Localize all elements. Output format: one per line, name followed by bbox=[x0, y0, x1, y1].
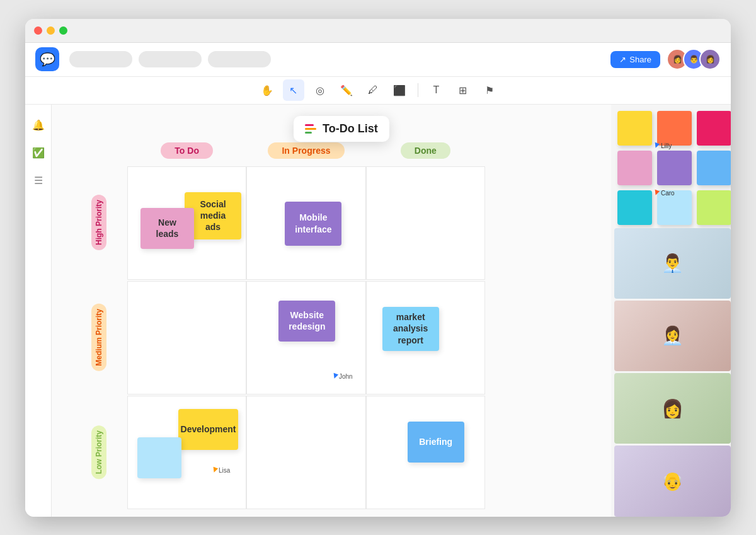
tool-shape[interactable]: ⬛ bbox=[389, 79, 410, 101]
cell-medium-todo bbox=[127, 281, 246, 394]
sticky-website-redesign[interactable]: Website redesign bbox=[278, 301, 335, 342]
share-icon: ↗ bbox=[619, 55, 626, 64]
sticky-briefing-text: Briefing bbox=[419, 436, 452, 447]
tool-hand[interactable]: ✋ bbox=[256, 79, 278, 101]
app-bar: 💬 ↗ Share 👩 👨 👩 bbox=[25, 43, 731, 77]
video-thumb-1: 👨‍💼 bbox=[614, 228, 731, 299]
mini-sticky-orange[interactable] bbox=[657, 111, 692, 146]
app-bar-right: ↗ Share 👩 👨 👩 bbox=[610, 49, 721, 70]
board: To-Do List To Do In Progress Done bbox=[52, 105, 611, 517]
cell-high-done bbox=[366, 166, 485, 280]
tool-pen[interactable]: ✏️ bbox=[336, 79, 357, 101]
video-face-1: 👨‍💼 bbox=[614, 228, 731, 299]
avatar-group: 👩 👨 👩 bbox=[667, 49, 721, 70]
mini-sticky-cyan[interactable] bbox=[617, 190, 652, 225]
medium-priority-label-wrapper: Medium Priority bbox=[71, 281, 127, 394]
popup-icon bbox=[305, 124, 316, 134]
nav-pill-3[interactable] bbox=[208, 51, 271, 67]
nav-pill-1[interactable] bbox=[69, 51, 132, 67]
cell-low-inprogress bbox=[246, 396, 365, 509]
sticky-social-media-text: Social media ads bbox=[192, 198, 234, 233]
left-sidebar: 🔔 ✅ ☰ bbox=[25, 105, 52, 517]
minimize-button[interactable] bbox=[47, 26, 55, 35]
tool-eraser[interactable]: ◎ bbox=[309, 79, 331, 101]
close-button[interactable] bbox=[34, 26, 42, 35]
nav-pill-2[interactable] bbox=[139, 51, 202, 67]
share-button[interactable]: ↗ Share bbox=[610, 51, 660, 68]
inprogress-badge: In Progress bbox=[268, 142, 344, 159]
sticky-mobile-interface-text: Mobile interface bbox=[292, 212, 334, 234]
title-bar bbox=[25, 19, 731, 43]
video-thumb-2: 👩‍💼 bbox=[614, 301, 731, 371]
cursor-john-arrow bbox=[332, 373, 338, 379]
mini-sticky-blue[interactable] bbox=[697, 151, 731, 185]
row-low-cells: Development Lisa bbox=[127, 396, 485, 509]
high-priority-label-wrapper: High Priority bbox=[71, 166, 127, 280]
cursor-caro: Caro bbox=[654, 190, 675, 197]
sticky-development[interactable]: Development bbox=[178, 409, 238, 450]
medium-priority-label: Medium Priority bbox=[91, 304, 106, 371]
cursor-lilly-arrow bbox=[653, 142, 660, 149]
nav-pills bbox=[69, 51, 600, 67]
app-logo: 💬 bbox=[35, 47, 59, 71]
cell-high-todo: Social media ads New leads bbox=[127, 166, 246, 280]
col-header-todo: To Do bbox=[127, 142, 246, 166]
tool-marker[interactable]: 🖊 bbox=[362, 79, 384, 101]
app-window: 💬 ↗ Share 👩 👨 👩 ✋ ↖ ◎ ✏️ 🖊 ⬛ T ⊞ ⚑ bbox=[25, 19, 731, 517]
sticky-market-analysis[interactable]: market analysis report bbox=[382, 307, 439, 351]
cursor-lilly: Lilly bbox=[654, 142, 672, 149]
popup-title: To-Do List bbox=[323, 122, 378, 135]
mini-sticky-green[interactable] bbox=[697, 190, 731, 225]
sticky-development-text: Development bbox=[181, 423, 236, 435]
todo-popup: To-Do List bbox=[294, 116, 389, 142]
row-high-priority: High Priority Social media ads New leads bbox=[71, 166, 485, 280]
toolbar-separator bbox=[418, 83, 418, 97]
grid-container: To Do In Progress Done High Priority bbox=[71, 142, 485, 510]
sticky-blank-blue[interactable] bbox=[137, 437, 181, 478]
toolbar: ✋ ↖ ◎ ✏️ 🖊 ⬛ T ⊞ ⚑ bbox=[25, 77, 731, 105]
col-header-inprogress: In Progress bbox=[246, 142, 365, 166]
tool-select[interactable]: ↖ bbox=[283, 79, 304, 101]
video-face-2: 👩‍💼 bbox=[614, 301, 731, 371]
cursor-john-label: John bbox=[339, 373, 353, 380]
mini-sticky-pink[interactable] bbox=[697, 111, 731, 146]
sidebar-bell-icon[interactable]: 🔔 bbox=[30, 117, 47, 134]
window-controls bbox=[34, 26, 67, 35]
sticky-new-leads[interactable]: New leads bbox=[140, 208, 194, 249]
canvas-area: 🔔 ✅ ☰ To-Do List To Do bbox=[25, 105, 731, 517]
right-panel: Lilly Caro 👨‍💼 👩‍💼 👩 � bbox=[611, 105, 731, 517]
tool-text[interactable]: T bbox=[426, 79, 447, 101]
sticky-notes-grid-wrapper: Lilly Caro bbox=[611, 105, 731, 228]
cursor-lilly-label: Lilly bbox=[661, 142, 672, 149]
sticky-briefing[interactable]: Briefing bbox=[408, 422, 464, 463]
video-thumb-3: 👩 bbox=[614, 373, 731, 444]
mini-sticky-yellow[interactable] bbox=[617, 111, 652, 146]
icon-bar-3 bbox=[305, 132, 312, 134]
cursor-lisa-label: Lisa bbox=[219, 467, 230, 474]
sticky-website-redesign-text: Website redesign bbox=[286, 309, 328, 332]
sticky-notes-grid bbox=[611, 105, 731, 228]
todo-badge: To Do bbox=[161, 142, 213, 159]
mini-sticky-purple[interactable] bbox=[657, 151, 692, 185]
tool-table[interactable]: ⊞ bbox=[452, 79, 474, 101]
video-face-4: 👴 bbox=[614, 446, 731, 516]
sidebar-check-icon[interactable]: ✅ bbox=[30, 145, 47, 161]
video-face-3: 👩 bbox=[614, 373, 731, 444]
tool-flag[interactable]: ⚑ bbox=[479, 79, 500, 101]
cursor-lisa: Lisa bbox=[212, 467, 230, 474]
maximize-button[interactable] bbox=[59, 26, 67, 35]
column-headers: To Do In Progress Done bbox=[127, 142, 485, 166]
sticky-mobile-interface[interactable]: Mobile interface bbox=[285, 202, 341, 246]
avatar-3: 👩 bbox=[699, 49, 721, 70]
high-priority-label: High Priority bbox=[91, 195, 106, 250]
cell-low-todo: Development Lisa bbox=[127, 396, 246, 509]
low-priority-label-wrapper: Low Priority bbox=[71, 396, 127, 509]
sidebar-menu-icon[interactable]: ☰ bbox=[30, 173, 47, 189]
row-low-priority: Low Priority Development Lis bbox=[71, 396, 485, 509]
icon-bar-2 bbox=[305, 128, 316, 130]
mini-sticky-pink-light[interactable] bbox=[617, 151, 652, 185]
cell-high-inprogress: Mobile interface bbox=[246, 166, 365, 280]
sticky-new-leads-text: New leads bbox=[148, 217, 186, 239]
done-badge: Done bbox=[401, 142, 450, 159]
cell-low-done: Briefing bbox=[366, 396, 485, 509]
